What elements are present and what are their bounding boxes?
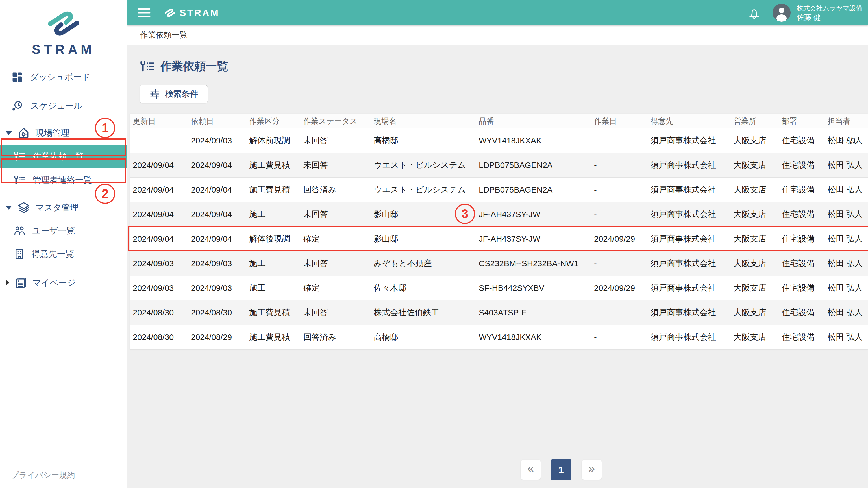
menu-icon[interactable] — [137, 7, 151, 19]
master-data-icon — [18, 202, 30, 214]
table-cell: ウエスト・ビルシステム — [374, 184, 479, 195]
column-header: 得意先 — [651, 116, 734, 126]
table-cell: 2024/09/04 — [191, 185, 249, 195]
sidebar-item-admin-contact-list[interactable]: 管理者連絡一覧 — [0, 168, 127, 192]
sidebar-item-user-list[interactable]: ユーザ一覧 — [0, 219, 127, 242]
sidebar-item-label: 管理者連絡一覧 — [33, 174, 92, 186]
table-cell: - — [594, 161, 651, 170]
table-row[interactable]: 2024/09/032024/09/03施工確定佐々木邸SF-HB442SYXB… — [130, 276, 868, 300]
sidebar-group-mypage[interactable]: マイページ — [0, 271, 127, 294]
sidebar-item-work-request-list[interactable]: 作業依頼一覧 — [0, 144, 127, 168]
dashboard-icon — [12, 72, 23, 83]
table-cell: 施工費見積 — [249, 184, 303, 195]
table-cell: 須戸商事株式会社 — [651, 135, 734, 146]
sidebar-group-site-management[interactable]: 現場管理 — [0, 123, 127, 143]
table-cell: 2024/09/04 — [191, 234, 249, 244]
page-content: 作業依頼一覧 検索条件 1 - 9 / 9 更新日依頼日作業区分作業ステータス現… — [127, 45, 868, 350]
table-cell: 2024/08/30 — [133, 308, 191, 318]
table-cell: - — [594, 185, 651, 195]
sidebar-logo: STRAM — [0, 0, 127, 57]
table-cell: WYV1418JKXAK — [479, 333, 594, 342]
table-cell: 未回答 — [303, 135, 374, 146]
app-bar: STRAM — [127, 0, 868, 25]
chevron-down-icon — [6, 206, 12, 209]
table-cell: 松田 弘人 — [828, 283, 868, 294]
company-name: 株式会社ムラヤマ設備 — [797, 4, 862, 13]
sidebar-item-label: 得意先一覧 — [32, 248, 74, 260]
column-header: 現場名 — [374, 116, 479, 126]
table-row[interactable]: 2024/09/03解体前現調未回答高橋邸WYV1418JKXAK-須戸商事株式… — [130, 129, 868, 153]
table-cell: 2024/09/04 — [191, 161, 249, 170]
table-row[interactable]: 2024/09/042024/09/04解体後現調確定影山邸JF-AH437SY… — [130, 227, 868, 251]
table-row[interactable]: 2024/08/302024/08/30施工費見積未回答株式会社佐伯鉄工S403… — [130, 300, 868, 325]
table-cell: 施工 — [249, 283, 303, 294]
table-cell: 2024/09/03 — [133, 259, 191, 268]
table-cell: 確定 — [303, 283, 374, 294]
sidebar-item-customer-list[interactable]: 得意先一覧 — [0, 242, 127, 265]
sidebar-group-label: マイページ — [32, 277, 76, 289]
appbar-logo: STRAM — [164, 7, 219, 19]
table-cell: 住宅設備 — [782, 184, 828, 195]
table-row[interactable]: 2024/09/032024/09/03施工未回答みぞもと不動産CS232BM-… — [130, 251, 868, 276]
table-cell: 住宅設備 — [782, 209, 828, 220]
table-cell: 2024/09/03 — [133, 284, 191, 293]
sidebar-item-label: スケジュール — [31, 100, 83, 112]
table-cell: 施工費見積 — [249, 160, 303, 171]
result-count: 1 - 9 / 9 — [827, 136, 856, 145]
table-cell: 回答済み — [303, 184, 374, 195]
table-cell: - — [594, 210, 651, 219]
table-cell: 2024/09/03 — [191, 136, 249, 145]
breadcrumb: 作業依頼一覧 — [140, 30, 188, 40]
table-cell: 未回答 — [303, 307, 374, 318]
sidebar-group-master-data[interactable]: マスタ管理 — [0, 196, 127, 219]
table-cell: 2024/09/04 — [133, 210, 191, 219]
table-cell: 住宅設備 — [782, 331, 828, 343]
search-conditions-button[interactable]: 検索条件 — [140, 85, 208, 103]
chevron-right-icon — [6, 280, 9, 286]
table-cell: S403ATSP-F — [479, 308, 594, 318]
table-cell: みぞもと不動産 — [374, 258, 479, 269]
table-cell: JF-AH437SY-JW — [479, 234, 594, 244]
table-cell: 2024/09/04 — [191, 210, 249, 219]
app-screen: STRAM ダッシュボード スケジュー — [0, 0, 868, 488]
table-cell: 2024/09/04 — [133, 185, 191, 195]
table-cell: 須戸商事株式会社 — [651, 233, 734, 245]
table-cell: 解体後現調 — [249, 233, 303, 245]
table-header-row: 更新日依頼日作業区分作業ステータス現場名品番作業日得意先営業所部署担当者 — [130, 113, 868, 129]
table-row[interactable]: 2024/09/042024/09/04施工費見積未回答ウエスト・ビルシステムL… — [130, 153, 868, 177]
table-cell: 須戸商事株式会社 — [651, 160, 734, 171]
user-block[interactable]: 株式会社ムラヤマ設備 佐藤 健一 — [797, 4, 862, 22]
main-area: STRAM — [127, 0, 868, 350]
table-cell: CS232BM--SH232BA-NW1 — [479, 259, 594, 268]
sidebar-item-label: 作業依頼一覧 — [33, 151, 84, 162]
table-cell: - — [594, 259, 651, 268]
sidebar-group-label: 現場管理 — [36, 127, 69, 139]
table-row[interactable]: 2024/08/302024/08/29施工費見積回答済み高橋邸WYV1418J… — [130, 325, 868, 350]
table-cell: 住宅設備 — [782, 233, 828, 245]
table-cell: 住宅設備 — [782, 135, 828, 146]
privacy-policy-link[interactable]: プライバシー規約 — [11, 470, 75, 481]
table-cell: 確定 — [303, 233, 374, 245]
page-title-row: 作業依頼一覧 — [127, 45, 868, 74]
table-row[interactable]: 2024/09/042024/09/04施工費見積回答済みウエスト・ビルシステム… — [130, 177, 868, 202]
column-header: 更新日 — [133, 116, 191, 126]
table-cell: 大阪支店 — [734, 184, 782, 195]
breadcrumb-bar: 作業依頼一覧 — [127, 25, 868, 45]
table-cell: 2024/09/03 — [191, 259, 249, 268]
table-cell: 佐々木邸 — [374, 283, 479, 294]
table-row[interactable]: 2024/09/042024/09/04施工未回答影山邸JF-AH437SY-J… — [130, 202, 868, 227]
table-cell: 未回答 — [303, 209, 374, 220]
table-cell: 大阪支店 — [734, 258, 782, 269]
table-cell: 須戸商事株式会社 — [651, 283, 734, 294]
table-cell: JF-AH437SY-JW — [479, 210, 594, 219]
admin-contact-list-icon — [13, 175, 26, 185]
table-cell: 大阪支店 — [734, 283, 782, 294]
pagination-first-button[interactable]: « — [521, 459, 541, 480]
pagination-last-button[interactable]: » — [582, 459, 602, 480]
avatar[interactable] — [773, 4, 790, 22]
sidebar-item-dashboard[interactable]: ダッシュボード — [0, 66, 127, 89]
table-cell: 松田 弘人 — [828, 209, 868, 220]
pagination-current-page[interactable]: 1 — [551, 459, 571, 480]
sidebar-item-schedule[interactable]: スケジュール — [0, 94, 127, 118]
bell-icon[interactable] — [748, 6, 761, 20]
